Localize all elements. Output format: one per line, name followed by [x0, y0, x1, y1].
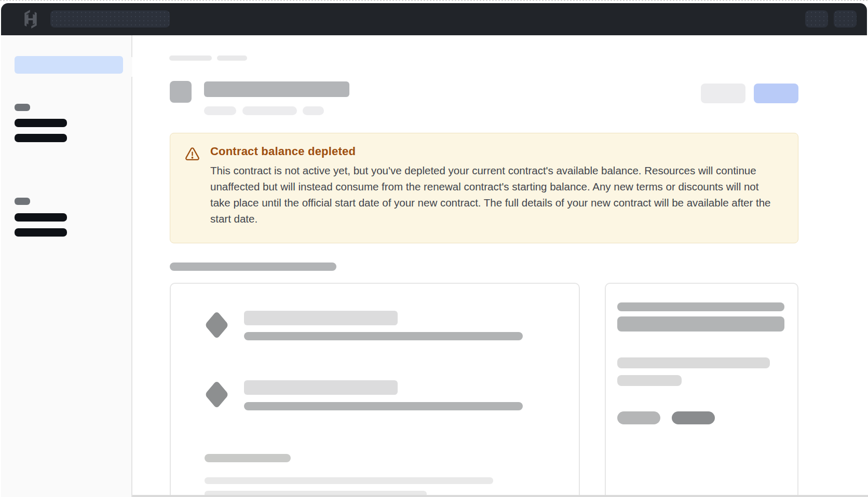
summary-text-skeleton: [617, 302, 784, 311]
diamond-icon: [205, 311, 229, 339]
window-top-edge: [0, 0, 868, 1]
alert-body: This contract is not active yet, but you…: [210, 162, 779, 227]
secondary-button-skeleton[interactable]: [701, 84, 745, 103]
diamond-icon: [205, 381, 229, 409]
sidebar-nav-item-skeleton[interactable]: [15, 228, 67, 237]
badge-skeleton: [242, 106, 297, 115]
item-title-skeleton: [244, 380, 398, 395]
nav-help-button-skeleton[interactable]: [805, 10, 828, 27]
badge-skeleton: [204, 106, 236, 115]
global-search-skeleton[interactable]: [50, 10, 170, 27]
summary-text-skeleton: [617, 316, 784, 332]
breadcrumb-item-skeleton: [169, 56, 212, 61]
card-footer-line-skeleton: [205, 477, 493, 484]
summary-secondary-pill-button-skeleton[interactable]: [617, 411, 660, 424]
summary-text-skeleton: [617, 357, 770, 368]
item-title-skeleton: [244, 311, 398, 325]
badge-skeleton: [303, 106, 324, 115]
top-nav: [1, 3, 867, 35]
alert-title: Contract balance depleted: [210, 145, 356, 158]
sidebar-nav-item-skeleton[interactable]: [15, 134, 67, 142]
section-heading-skeleton: [170, 263, 336, 271]
breadcrumb-item-skeleton: [217, 56, 247, 61]
sidebar-section-label-skeleton: [15, 104, 30, 111]
warning-alert: Contract balance depleted This contract …: [170, 133, 798, 243]
sidebar-active-item-skeleton[interactable]: [15, 56, 123, 74]
sidebar-nav-item-skeleton[interactable]: [15, 213, 67, 222]
summary-text-skeleton: [617, 375, 682, 386]
warning-triangle-icon: [184, 146, 201, 162]
primary-button-skeleton[interactable]: [754, 84, 798, 103]
bottom-edge-strip: [132, 495, 868, 497]
summary-card: [605, 283, 798, 497]
sidebar-section-label-skeleton: [15, 198, 30, 205]
page-icon-skeleton: [170, 81, 192, 103]
item-subtitle-skeleton: [244, 402, 523, 410]
sidebar-nav-item-skeleton[interactable]: [15, 119, 67, 127]
card-footer-label-skeleton: [205, 454, 291, 462]
item-subtitle-skeleton: [244, 332, 523, 340]
summary-primary-pill-button-skeleton[interactable]: [672, 411, 715, 424]
page-title-skeleton: [204, 81, 349, 97]
hashicorp-logo-icon: [21, 9, 40, 29]
nav-user-menu-skeleton[interactable]: [834, 10, 857, 27]
